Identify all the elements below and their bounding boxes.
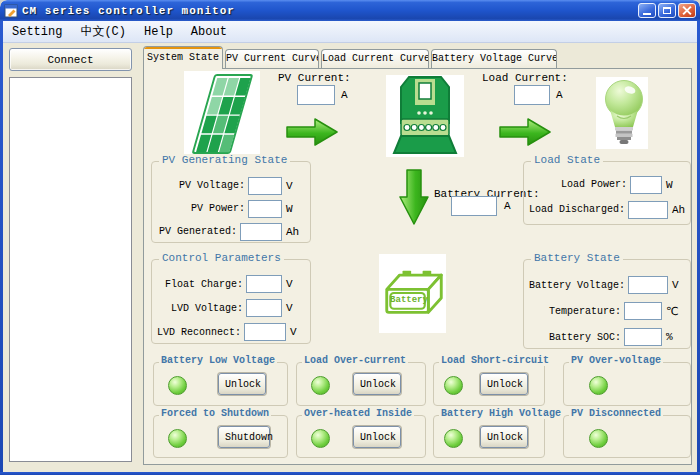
forced-to-shutdown-led — [168, 429, 187, 448]
float-charge-label: Float Charge: — [157, 279, 246, 290]
menu-help[interactable]: Help — [135, 23, 182, 41]
pv-generating-state-title: PV Generating State — [159, 154, 290, 166]
menu-setting[interactable]: Setting — [3, 23, 71, 41]
system-state-panel: PV Current: A — [143, 68, 692, 465]
battery-soc-unit: % — [662, 331, 684, 343]
controller-icon — [392, 75, 458, 155]
pv-generating-state-group: PV Generating State PV Voltage:V PV Powe… — [151, 161, 311, 243]
close-button[interactable] — [678, 3, 696, 18]
temperature-unit: ℃ — [662, 305, 684, 318]
load-current-input[interactable] — [514, 85, 550, 105]
pv-generated-input[interactable] — [240, 223, 282, 241]
battery-low-voltage-title: Battery Low Voltage — [159, 355, 277, 366]
battery-voltage-input[interactable] — [628, 276, 668, 294]
over-heated-inside-unlock-button[interactable]: Unlock — [353, 426, 401, 448]
pv-voltage-unit: V — [282, 180, 304, 192]
forced-to-shutdown-button[interactable]: Shutdown — [218, 426, 270, 448]
battery-low-voltage-unlock-button[interactable]: Unlock — [218, 373, 266, 395]
load-short-circuit-title: Load Short-circuit — [439, 355, 551, 366]
load-power-label: Load Power: — [529, 179, 630, 190]
bulb-image — [596, 77, 648, 149]
app-icon — [4, 4, 18, 18]
battery-current-unit: A — [504, 200, 511, 212]
connect-button[interactable]: Connect — [9, 48, 132, 71]
load-state-title: Load State — [531, 154, 603, 166]
float-charge-input[interactable] — [246, 275, 282, 293]
battery-high-voltage-led — [444, 429, 463, 448]
pv-current-unit: A — [341, 89, 348, 101]
pv-over-voltage-led — [589, 376, 608, 395]
arrow-right-icon — [499, 118, 551, 146]
solar-panel-icon — [189, 72, 255, 156]
menubar: Setting 中文(C) Help About — [3, 21, 697, 43]
load-over-current-group: Load Over-current Unlock — [296, 362, 426, 406]
window-title: CM series controller monitor — [22, 5, 636, 17]
minimize-button[interactable] — [638, 3, 656, 18]
battery-low-voltage-group: Battery Low Voltage Unlock — [153, 362, 288, 406]
battery-state-title: Battery State — [531, 252, 623, 264]
pv-voltage-label: PV Voltage: — [157, 180, 248, 191]
device-listbox[interactable] — [9, 77, 132, 462]
load-power-unit: W — [662, 179, 684, 191]
tab-battery-voltage-curve[interactable]: Battery Voltage Curve — [431, 49, 557, 68]
load-state-group: Load State Load Power:W Load Discharged:… — [523, 161, 691, 225]
pv-current-label: PV Current: — [278, 72, 351, 84]
control-parameters-title: Control Parameters — [159, 252, 284, 264]
load-current-label: Load Current: — [482, 72, 568, 84]
over-heated-inside-led — [311, 429, 330, 448]
arrow-right-icon — [286, 118, 338, 146]
load-over-current-title: Load Over-current — [302, 355, 408, 366]
load-short-circuit-group: Load Short-circuit Unlock — [433, 362, 545, 406]
battery-high-voltage-group: Battery High Voltage Unlock — [433, 415, 545, 458]
battery-icon — [381, 262, 447, 324]
lvd-voltage-input[interactable] — [246, 299, 282, 317]
menu-language[interactable]: 中文(C) — [71, 21, 135, 42]
tab-load-current-curve[interactable]: Load Current Curve — [321, 49, 429, 68]
load-short-circuit-led — [444, 376, 463, 395]
over-heated-inside-group: Over-heated Inside Unlock — [296, 415, 426, 458]
window-border-left — [0, 21, 3, 475]
pv-current-input[interactable] — [297, 85, 335, 105]
lvd-reconnect-unit: V — [286, 326, 304, 338]
pv-power-label: PV Power: — [157, 203, 248, 214]
maximize-button[interactable] — [658, 3, 676, 18]
load-discharged-unit: Ah — [668, 204, 685, 216]
pv-disconnected-group: PV Disconnected — [563, 415, 691, 458]
pv-disconnected-led — [589, 429, 608, 448]
control-parameters-group: Control Parameters Float Charge:V LVD Vo… — [151, 259, 311, 344]
load-over-current-led — [311, 376, 330, 395]
pv-voltage-input[interactable] — [248, 177, 282, 195]
battery-image: Battery — [379, 254, 446, 333]
battery-low-voltage-led — [168, 376, 187, 395]
over-heated-inside-title: Over-heated Inside — [302, 408, 414, 419]
lvd-reconnect-label: LVD Reconnect: — [157, 327, 244, 338]
pv-generated-label: PV Generated: — [157, 226, 240, 237]
menu-about[interactable]: About — [182, 23, 236, 41]
pv-disconnected-title: PV Disconnected — [569, 408, 663, 419]
titlebar: CM series controller monitor — [0, 0, 700, 21]
forced-to-shutdown-group: Forced to Shutdown Shutdown — [153, 415, 288, 458]
tab-pv-current-curve[interactable]: PV Current Curve — [225, 49, 319, 68]
pv-power-unit: W — [282, 203, 304, 215]
load-discharged-label: Load Discharged: — [529, 204, 628, 215]
temperature-label: Temperature: — [529, 306, 624, 317]
light-bulb-icon — [601, 79, 647, 147]
load-over-current-unlock-button[interactable]: Unlock — [353, 373, 401, 395]
battery-high-voltage-unlock-button[interactable]: Unlock — [480, 426, 528, 448]
battery-high-voltage-title: Battery High Voltage — [439, 408, 563, 419]
lvd-voltage-unit: V — [282, 302, 304, 314]
pv-over-voltage-title: PV Over-voltage — [569, 355, 663, 366]
battery-soc-input[interactable] — [624, 328, 662, 346]
tab-system-state[interactable]: System State — [143, 46, 223, 69]
temperature-input[interactable] — [624, 302, 662, 320]
load-power-input[interactable] — [630, 176, 662, 194]
lvd-reconnect-input[interactable] — [244, 323, 286, 341]
battery-voltage-label: Battery Voltage: — [529, 280, 628, 291]
pv-power-input[interactable] — [248, 200, 282, 218]
float-charge-unit: V — [282, 278, 304, 290]
battery-current-input[interactable] — [451, 196, 497, 216]
load-discharged-input[interactable] — [628, 201, 668, 219]
load-short-circuit-unlock-button[interactable]: Unlock — [480, 373, 528, 395]
pv-over-voltage-group: PV Over-voltage — [563, 362, 691, 406]
lvd-voltage-label: LVD Voltage: — [157, 303, 246, 314]
